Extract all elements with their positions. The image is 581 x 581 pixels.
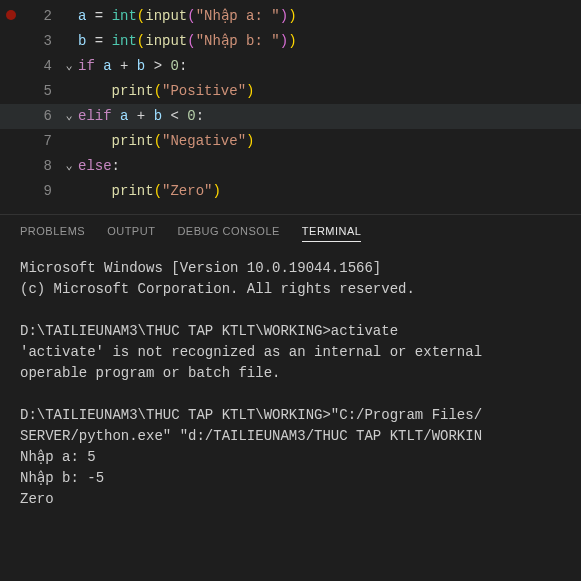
code-line[interactable]: 7 print("Negative") [0, 129, 581, 154]
tab-problems[interactable]: PROBLEMS [20, 225, 85, 242]
terminal-line: Microsoft Windows [Version 10.0.19044.15… [20, 258, 561, 279]
bottom-panel: PROBLEMS OUTPUT DEBUG CONSOLE TERMINAL M… [0, 215, 581, 518]
code-line[interactable]: 5 print("Positive") [0, 79, 581, 104]
code-content[interactable]: print("Positive") [78, 79, 581, 104]
terminal-line: SERVER/python.exe" "d:/TAILIEUNAM3/THUC … [20, 426, 561, 447]
terminal-line [20, 384, 561, 405]
code-line[interactable]: 4⌄if a + b > 0: [0, 54, 581, 79]
terminal-line: Nhập a: 5 [20, 447, 561, 468]
line-number: 9 [0, 179, 60, 204]
panel-tabs: PROBLEMS OUTPUT DEBUG CONSOLE TERMINAL [0, 215, 581, 250]
fold-icon[interactable]: ⌄ [60, 154, 78, 179]
code-line[interactable]: 9 print("Zero") [0, 179, 581, 204]
terminal-line: D:\TAILIEUNAM3\THUC TAP KTLT\WORKING>"C:… [20, 405, 561, 426]
code-content[interactable]: print("Zero") [78, 179, 581, 204]
terminal-line: (c) Microsoft Corporation. All rights re… [20, 279, 561, 300]
terminal-line: D:\TAILIEUNAM3\THUC TAP KTLT\WORKING>act… [20, 321, 561, 342]
terminal-line: operable program or batch file. [20, 363, 561, 384]
line-number: 5 [0, 79, 60, 104]
tab-debug-console[interactable]: DEBUG CONSOLE [177, 225, 279, 242]
line-number: 3 [0, 29, 60, 54]
code-line[interactable]: 6⌄elif a + b < 0: [0, 104, 581, 129]
tab-output[interactable]: OUTPUT [107, 225, 155, 242]
terminal-output[interactable]: Microsoft Windows [Version 10.0.19044.15… [0, 250, 581, 518]
code-content[interactable]: else: [78, 154, 581, 179]
breakpoint-indicator[interactable] [6, 10, 16, 20]
fold-icon[interactable]: ⌄ [60, 104, 78, 129]
code-editor[interactable]: 2a = int(input("Nhập a: "))3b = int(inpu… [0, 0, 581, 204]
terminal-line: Zero [20, 489, 561, 510]
code-content[interactable]: elif a + b < 0: [78, 104, 581, 129]
code-line[interactable]: 3b = int(input("Nhập b: ")) [0, 29, 581, 54]
terminal-line [20, 300, 561, 321]
line-number: 8 [0, 154, 60, 179]
code-line[interactable]: 2a = int(input("Nhập a: ")) [0, 4, 581, 29]
code-line[interactable]: 8⌄else: [0, 154, 581, 179]
line-number: 7 [0, 129, 60, 154]
fold-icon[interactable]: ⌄ [60, 54, 78, 79]
code-content[interactable]: if a + b > 0: [78, 54, 581, 79]
line-number: 4 [0, 54, 60, 79]
terminal-line: 'activate' is not recognized as an inter… [20, 342, 561, 363]
tab-terminal[interactable]: TERMINAL [302, 225, 362, 242]
code-content[interactable]: a = int(input("Nhập a: ")) [78, 4, 581, 29]
code-content[interactable]: print("Negative") [78, 129, 581, 154]
code-content[interactable]: b = int(input("Nhập b: ")) [78, 29, 581, 54]
terminal-line: Nhập b: -5 [20, 468, 561, 489]
line-number: 6 [0, 104, 60, 129]
